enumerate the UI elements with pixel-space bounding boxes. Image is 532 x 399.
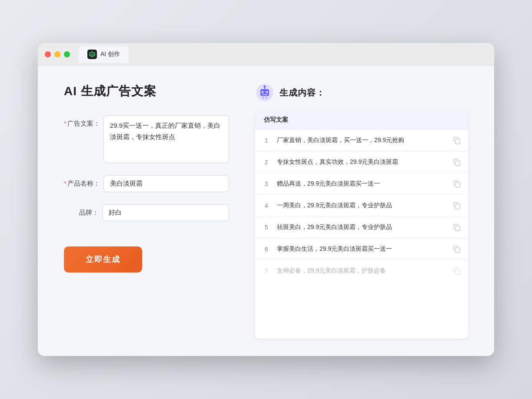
svg-point-11: [262, 97, 264, 99]
result-row: 4 一周美白，29.9元美白淡斑霜，专业护肤品: [255, 195, 468, 216]
maximize-button[interactable]: [64, 51, 70, 57]
row-text-3: 赠品再送，29.9元美白淡斑霜买一送一: [277, 179, 446, 188]
svg-rect-16: [456, 204, 460, 209]
copy-icon-6[interactable]: [452, 245, 461, 253]
product-name-group: *产品名称：: [64, 175, 229, 192]
robot-icon: [255, 83, 274, 102]
brand-group: 品牌：: [64, 204, 229, 221]
copy-icon-4[interactable]: [452, 201, 461, 210]
row-num-6: 6: [262, 246, 271, 253]
result-row: 3 赠品再送，29.9元美白淡斑霜买一送一: [255, 173, 468, 195]
result-table: 仿写文案 1 厂家直销，美白淡斑霜，买一送一，29.9元抢购 2 专抹女性斑点，…: [255, 111, 468, 339]
result-title: 生成内容：: [279, 87, 325, 99]
svg-rect-18: [456, 248, 460, 253]
brand-label: 品牌：: [64, 204, 99, 217]
row-text-1: 厂家直销，美白淡斑霜，买一送一，29.9元抢购: [277, 136, 446, 145]
svg-rect-19: [456, 269, 460, 274]
page-title: AI 生成广告文案: [64, 83, 229, 100]
row-num-3: 3: [262, 180, 271, 187]
browser-window: AI AI 创作 AI 生成广告文案 *广告文案： 29.9买一送一，真正的厂家…: [38, 43, 494, 356]
tab-label: AI 创作: [100, 50, 120, 58]
row-text-4: 一周美白，29.9元美白淡斑霜，专业护肤品: [277, 201, 446, 210]
ai-tab[interactable]: AI AI 创作: [79, 46, 129, 63]
result-row: 6 掌握美白生活，29.9元美白淡斑霜买一送一: [255, 238, 468, 260]
svg-rect-17: [456, 226, 460, 231]
minimize-button[interactable]: [54, 51, 60, 57]
left-panel: AI 生成广告文案 *广告文案： 29.9买一送一，真正的厂家直销，美白淡斑霜，…: [64, 83, 229, 339]
row-num-7: 7: [262, 267, 271, 274]
traffic-lights: [45, 51, 70, 57]
row-num-2: 2: [262, 159, 271, 166]
browser-content: AI 生成广告文案 *广告文案： 29.9买一送一，真正的厂家直销，美白淡斑霜，…: [38, 66, 494, 356]
browser-titlebar: AI AI 创作: [38, 43, 494, 66]
row-text-2: 专抹女性斑点，真实功效，29.9元美白淡斑霜: [277, 157, 446, 166]
product-name-label: *产品名称：: [64, 175, 100, 188]
ai-tab-icon: AI: [87, 50, 97, 59]
copy-icon-3[interactable]: [452, 180, 461, 188]
ad-copy-group: *广告文案： 29.9买一送一，真正的厂家直销，美白淡斑霜，专抹女性斑点: [64, 115, 229, 163]
product-name-input[interactable]: [103, 175, 229, 192]
svg-rect-13: [456, 139, 460, 144]
copy-icon-5[interactable]: [452, 223, 461, 232]
row-text-7: 女神必备，29.9元美白淡斑霜，护肤必备: [277, 266, 446, 275]
row-text-5: 祛斑美白，29.9元美白淡斑霜，专业护肤品: [277, 223, 446, 232]
required-star-2: *: [64, 180, 66, 187]
row-num-1: 1: [262, 137, 271, 144]
main-layout: AI 生成广告文案 *广告文案： 29.9买一送一，真正的厂家直销，美白淡斑霜，…: [64, 83, 468, 339]
svg-point-5: [264, 86, 266, 88]
svg-text:AI: AI: [91, 53, 94, 56]
svg-rect-15: [456, 183, 460, 187]
close-button[interactable]: [45, 51, 51, 57]
result-row: 1 厂家直销，美白淡斑霜，买一送一，29.9元抢购: [255, 130, 468, 151]
result-row: 7 女神必备，29.9元美白淡斑霜，护肤必备: [255, 260, 468, 281]
result-row: 5 祛斑美白，29.9元美白淡斑霜，专业护肤品: [255, 216, 468, 238]
copy-icon-1[interactable]: [452, 136, 461, 145]
svg-rect-14: [456, 161, 460, 166]
svg-point-12: [266, 97, 267, 99]
result-row: 2 专抹女性斑点，真实功效，29.9元美白淡斑霜: [255, 151, 468, 173]
row-text-6: 掌握美白生活，29.9元美白淡斑霜买一送一: [277, 244, 446, 253]
generate-button[interactable]: 立即生成: [64, 246, 142, 273]
row-num-5: 5: [262, 224, 271, 231]
ad-copy-label: *广告文案：: [64, 115, 100, 128]
ad-copy-input[interactable]: 29.9买一送一，真正的厂家直销，美白淡斑霜，专抹女性斑点: [103, 115, 229, 163]
copy-icon-7[interactable]: [452, 266, 461, 275]
copy-icon-2[interactable]: [452, 158, 461, 166]
result-table-header: 仿写文案: [255, 111, 468, 130]
svg-point-9: [266, 92, 267, 93]
row-num-4: 4: [262, 202, 271, 209]
svg-point-8: [262, 92, 263, 93]
right-panel: 生成内容： 仿写文案 1 厂家直销，美白淡斑霜，买一送一，29.9元抢购: [255, 83, 468, 339]
required-star-1: *: [64, 120, 66, 127]
brand-input[interactable]: [102, 204, 229, 221]
result-header: 生成内容：: [255, 83, 468, 102]
svg-rect-10: [262, 94, 267, 95]
